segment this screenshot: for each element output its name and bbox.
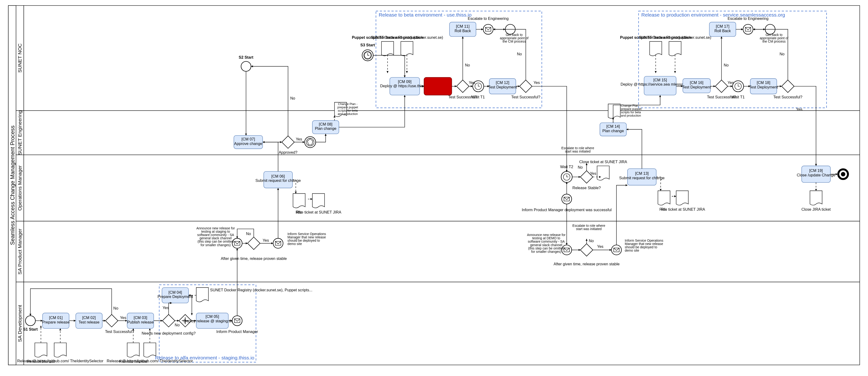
svg-text:Yes: Yes [296,137,302,141]
svg-text:Rise ticket at SUNET JIRA: Rise ticket at SUNET JIRA [296,210,341,214]
svg-text:No: No [578,165,583,169]
svg-text:Test Deployment: Test Deployment [749,85,778,89]
svg-text:Yes: Yes [162,306,169,310]
svg-text:[CM 01]: [CM 01] [49,315,63,320]
doc-sunetreg3 [669,41,681,56]
svg-text:Submit request for change: Submit request for change [255,178,301,183]
svg-rect-14 [24,221,860,282]
svg-text:Test release: Test release [79,320,99,324]
svg-text:Submit request for change: Submit request for change [619,176,665,180]
svg-text:[CM 18]: [CM 18] [756,81,770,85]
doc-rfc2 [658,191,670,205]
svg-text:[CM 04]: [CM 04] [168,290,182,294]
svg-text:[CM 07]: [CM 07] [241,137,255,141]
svg-text:No: No [465,63,470,67]
svg-text:Rise ticket at SUNET JIRA: Rise ticket at SUNET JIRA [659,207,705,211]
doc-puppet [381,41,394,56]
doc-jira2 [676,191,688,205]
svg-text:Test Successful?: Test Successful? [511,95,540,99]
svg-text:Release @ https://github.com/ : Release @ https://github.com/ TheIdentit… [106,359,193,363]
svg-text:[CM 16]: [CM 16] [690,81,704,85]
svg-text:Plan change: Plan change [602,129,624,133]
svg-text:SA  Product Manager: SA Product Manager [17,229,23,275]
svg-text:Close /update Change: Close /update Change [797,173,835,177]
svg-text:Roll Back: Roll Back [715,29,731,33]
svg-text:No: No [113,306,118,310]
doc-jira [312,193,324,208]
svg-text:SUNET Docker Registry (docker.: SUNET Docker Registry (docker.sunet.se),… [210,288,312,292]
svg-rect-8 [24,111,860,155]
svg-text:[CM 08]: [CM 08] [319,122,333,126]
svg-text:SUNET Docker Registry (docker.: SUNET Docker Registry (docker.sunet.se) [371,35,443,39]
svg-text:After given time, release prov: After given time, release proven stable [221,256,287,260]
svg-text:Wait T1: Wait T1 [472,95,485,99]
svg-text:[CM 15]: [CM 15] [653,78,667,82]
svg-text:Roll Back: Roll Back [455,29,471,33]
doc-sunetreg2 [401,41,413,56]
svg-text:No: No [724,63,729,67]
svg-text:Yes: Yes [590,171,596,176]
svg-text:Approve change: Approve change [234,142,262,146]
pool-label: Seamless Access Change Management Proces… [9,126,16,245]
doc-puppet2 [650,41,661,56]
start-s1 [26,316,35,325]
svg-text:Release Stable?: Release Stable? [572,186,601,190]
doc-changeplan2 [608,104,620,119]
svg-text:Yes: Yes [120,315,126,320]
svg-text:Yes: Yes [796,107,803,112]
svg-text:[CM 02]: [CM 02] [82,315,96,320]
svg-text:Prepare release: Prepare release [42,320,69,324]
svg-text:Test Deployment: Test Deployment [488,85,517,89]
svg-text:SUNET NOC: SUNET NOC [17,43,23,72]
svg-text:Operations Manager: Operations Manager [17,165,23,211]
svg-text:No: No [246,231,251,236]
bpmn-diagram: Seamless Access Change Management Proces… [0,0,868,376]
svg-text:No: No [517,52,522,56]
svg-text:Yes: Yes [533,81,540,85]
doc-closejira [810,191,822,205]
svg-text:[CM 09]: [CM 09] [398,80,411,84]
svg-text:Yes: Yes [727,81,734,85]
svg-text:[CM 03]: [CM 03] [133,315,147,320]
lanes: SUNET NOC SUNET Engineering Operations M… [16,5,860,365]
svg-text:S1 Start: S1 Start [23,327,38,331]
svg-text:SA Development: SA Development [17,305,23,342]
doc-relgh [54,343,66,357]
svg-text:S3 Start: S3 Start [360,43,375,47]
svg-text:Release @ https://github.com/ : Release @ https://github.com/ TheIdentit… [17,359,103,363]
svg-text:No: No [780,52,784,56]
svg-text:Yes: Yes [469,81,475,85]
svg-text:[CM 12]: [CM 12] [496,81,509,85]
svg-text:[CM 11]: [CM 11] [456,24,469,28]
svg-text:Yes: Yes [263,238,269,242]
svg-text:Test Successful?: Test Successful? [773,95,803,99]
svg-text:Release to beta environment - : Release to beta environment - use.thiss.… [379,12,472,18]
svg-text:[CM 06]: [CM 06] [271,174,285,178]
svg-text:Inform Product Manager: Inform Product Manager [216,330,258,334]
svg-text:[CM 13]: [CM 13] [635,171,649,176]
svg-text:Publish release: Publish release [127,320,154,324]
svg-rect-11 [24,155,860,221]
svg-text:Escalate to Engineering: Escalate to Engineering [468,16,508,21]
svg-text:S2 Start: S2 Start [239,55,253,59]
start-s2 [241,61,251,71]
svg-point-114 [841,172,845,177]
doc-rfc [293,193,305,208]
svg-text:Deploy @ https://use.thiss.io: Deploy @ https://use.thiss.io [380,84,429,88]
svg-text:[CM 19]: [CM 19] [809,168,823,173]
doc-relman [35,343,47,357]
svg-text:No: No [175,323,180,327]
svg-text:Approved?: Approved? [279,150,298,154]
svg-text:SUNET Docker Registry (docker.: SUNET Docker Registry (docker.sunet.se) [639,35,711,39]
svg-text:Yes: Yes [597,244,603,249]
svg-text:[CM 14]: [CM 14] [606,124,620,128]
svg-text:No: No [589,239,594,243]
svg-text:[CM 05]: [CM 05] [206,314,219,318]
svg-text:[CM 17]: [CM 17] [716,24,729,28]
svg-text:SUNET Engineering: SUNET Engineering [17,111,23,155]
svg-text:Prepare Deployment: Prepare Deployment [157,294,193,299]
svg-text:After given time, release prov: After given time, release proven stable [554,262,619,266]
doc-closejira2 [597,166,609,180]
svg-text:No: No [290,96,295,100]
svg-text:Test Successful?: Test Successful? [105,330,134,334]
